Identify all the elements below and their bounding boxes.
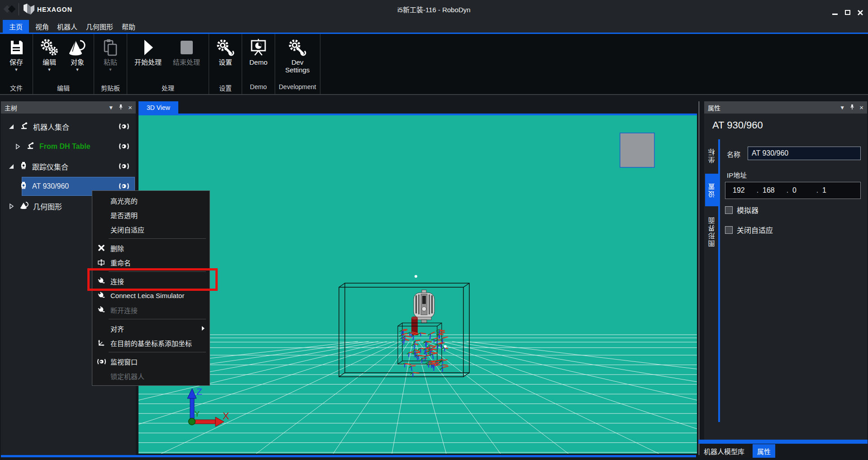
expander-expanded-icon[interactable] xyxy=(8,163,15,170)
simulator-checkbox[interactable] xyxy=(725,206,733,214)
bottom-tab-robot-library[interactable]: 机器人模型库 xyxy=(699,444,749,458)
stop-icon xyxy=(179,38,194,57)
name-input[interactable] xyxy=(748,147,861,160)
menu-separator xyxy=(109,319,206,319)
panel-splitter[interactable] xyxy=(699,101,699,455)
minimize-button[interactable] xyxy=(831,9,839,16)
expander-collapsed-icon[interactable] xyxy=(8,143,22,150)
dev-settings-button[interactable]: Dev Settings xyxy=(280,36,315,74)
menu-tab-home[interactable]: 主页 xyxy=(3,20,29,33)
tree-panel-header: 主树 ▼ × xyxy=(1,101,136,114)
visibility-eye-icon[interactable] xyxy=(119,123,129,132)
ribbon-group-label: 文件 xyxy=(4,83,29,94)
demo-button[interactable]: Demo xyxy=(246,36,271,66)
chevron-down-icon: ▼ xyxy=(48,67,52,72)
tree-item-from-dh-table[interactable]: From DH Table xyxy=(1,137,136,156)
visibility-eye-icon[interactable] xyxy=(119,143,129,152)
expander-expanded-icon[interactable] xyxy=(8,123,15,130)
pin-icon[interactable] xyxy=(119,104,123,111)
cone-icon xyxy=(20,201,29,211)
ip-octet-1[interactable]: 192 xyxy=(733,186,753,194)
name-field-label: 名称 xyxy=(727,149,740,159)
object-button[interactable]: 对象 ▼ xyxy=(65,36,90,72)
ip-octet-2[interactable]: 168 xyxy=(763,186,782,194)
ribbon-group-development: Dev Settings Development xyxy=(275,34,320,94)
menu-item-disable-adapt[interactable]: 关闭自适应 xyxy=(92,222,210,237)
ribbon-group-process: 开始处理 结束处理 处理 xyxy=(127,34,209,94)
ip-field-label: IP地址 xyxy=(727,170,747,180)
ribbon-group-edit: 编辑 ▼ 对象 ▼ 编辑 xyxy=(33,34,94,94)
axes-icon xyxy=(92,339,110,346)
delete-icon xyxy=(92,245,110,251)
menu-separator xyxy=(109,238,206,239)
close-icon[interactable]: × xyxy=(128,105,132,110)
ribbon-group-settings: 设置 设置 xyxy=(209,34,242,94)
viewport-tab-bar: 3D View xyxy=(138,101,697,114)
pin-icon[interactable] xyxy=(850,104,854,111)
save-button[interactable]: 保存 ▼ xyxy=(4,36,29,72)
ip-octet-4[interactable]: 1 xyxy=(822,186,842,194)
panel-menu-chevron-icon[interactable]: ▼ xyxy=(839,105,845,110)
tree-item-tracker-collection[interactable]: 跟踪仪集合 xyxy=(1,156,136,176)
menu-item-delete[interactable]: 删除 xyxy=(92,241,210,255)
menu-tab-geometry[interactable]: 几何图形 xyxy=(80,20,119,33)
menu-item-align[interactable]: 对齐 xyxy=(92,321,210,336)
window-title: i5新工装-116 - RoboDyn xyxy=(0,5,868,14)
bottom-tab-properties[interactable]: 属性 xyxy=(753,444,775,458)
properties-panel: 属性 ▼ × AT 930/960 坐标 设置 图形界面 名称 IP地址 192… xyxy=(704,101,867,440)
expander-collapsed-icon[interactable] xyxy=(8,203,15,209)
chevron-down-icon: ▼ xyxy=(14,67,19,72)
side-tab-settings[interactable]: 设置 xyxy=(705,174,719,206)
rename-icon xyxy=(92,259,110,266)
ribbon-toolbar: 保存 ▼ 文件 编辑 ▼ 对象 ▼ 编辑 xyxy=(0,34,868,95)
menu-item-add-coordinate[interactable]: 在目前的基坐标系添加坐标 xyxy=(92,336,210,350)
eye-icon xyxy=(92,359,110,365)
ip-address-input[interactable]: 192 . 168 . 0 . 1 xyxy=(725,182,861,199)
tree-panel-title: 主树 xyxy=(5,103,17,112)
menu-tab-help[interactable]: 帮助 xyxy=(115,20,142,33)
axis-label-z: Z xyxy=(196,386,202,397)
ip-octet-3[interactable]: 0 xyxy=(792,186,812,194)
edit-button[interactable]: 编辑 ▼ xyxy=(37,36,62,72)
white-dot xyxy=(415,275,417,278)
disable-adapt-checkbox-row: 关闭自适应 xyxy=(725,224,773,235)
tracker-icon xyxy=(20,161,28,171)
side-tab-coordinates[interactable]: 坐标 xyxy=(705,139,719,172)
bottom-accent-strip xyxy=(1,455,696,457)
menu-item-transparent[interactable]: 是否透明 xyxy=(92,208,210,222)
side-tab-gui[interactable]: 图形界面 xyxy=(705,208,719,255)
menu-item-rename[interactable]: 重命名 xyxy=(92,255,210,270)
3d-viewport[interactable]: Z Y X xyxy=(138,115,697,454)
presentation-icon xyxy=(249,38,268,57)
side-tab-accent-line xyxy=(718,139,720,422)
play-icon xyxy=(140,38,156,57)
coordinate-frames-scatter xyxy=(399,329,448,377)
ribbon-group-file: 保存 ▼ 文件 xyxy=(0,34,33,94)
close-button[interactable] xyxy=(856,9,864,16)
tab-3d-view[interactable]: 3D View xyxy=(138,101,178,114)
tree-item-robot-collection[interactable]: 机器人集合 xyxy=(1,117,136,137)
white-dot xyxy=(444,345,447,348)
maximize-button[interactable] xyxy=(844,9,852,16)
end-process-button: 结束处理 xyxy=(168,36,205,66)
start-process-button[interactable]: 开始处理 xyxy=(131,36,165,66)
settings-button[interactable]: 设置 xyxy=(213,36,238,66)
ribbon-group-demo: Demo Demo xyxy=(242,34,275,94)
menu-item-watch-window[interactable]: 监视窗口 xyxy=(92,354,210,369)
save-icon xyxy=(7,38,25,57)
simulator-checkbox-row: 模拟器 xyxy=(725,204,758,215)
disable-adapt-checkbox[interactable] xyxy=(725,226,733,234)
close-icon[interactable]: × xyxy=(859,105,863,110)
menu-tab-robot[interactable]: 机器人 xyxy=(51,20,84,33)
panel-menu-chevron-icon[interactable]: ▼ xyxy=(108,105,114,110)
axis-label-y: Y xyxy=(195,410,200,418)
gears-icon xyxy=(40,38,59,57)
cone-icon xyxy=(68,38,87,57)
plug-icon xyxy=(92,292,110,299)
selected-object-title: AT 930/960 xyxy=(712,119,763,131)
visibility-eye-icon[interactable] xyxy=(119,163,129,171)
viewport-area: 3D View xyxy=(138,101,697,457)
ribbon-group-label: Demo xyxy=(246,83,271,94)
menu-item-highlight[interactable]: 高光亮的 xyxy=(92,193,210,208)
gray-square-object xyxy=(620,133,654,167)
